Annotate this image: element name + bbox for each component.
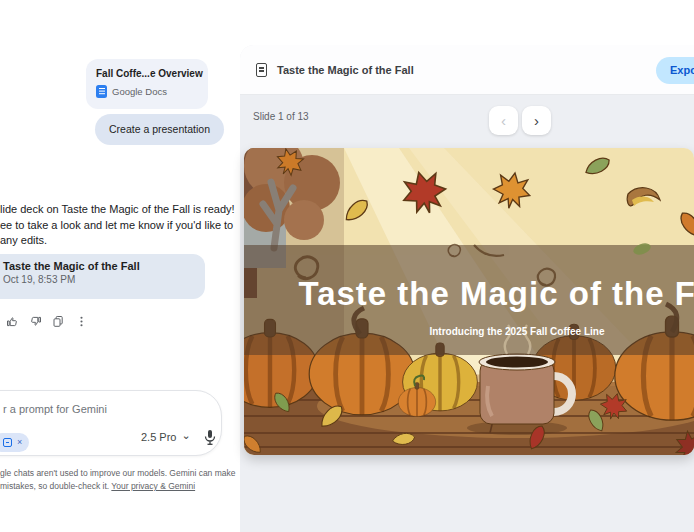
chevron-down-icon: ⌄ (181, 431, 190, 439)
response-actions (5, 314, 89, 329)
copy-button[interactable] (51, 314, 66, 329)
slide-title: Taste the Magic of the Fall (298, 275, 694, 312)
attached-doc-card[interactable]: Fall Coffe...e Overview Google Docs (86, 59, 208, 109)
response-line: ee to take a look and let me know if you… (0, 218, 238, 234)
canvas-tool-icon (3, 438, 12, 447)
close-icon[interactable]: × (17, 438, 22, 447)
thumbs-down-icon (29, 315, 42, 328)
disclaimer-footer: gle chats aren't used to improve our mod… (0, 467, 240, 493)
prompt-input-box: × 2.5 Pro ⌄ (0, 390, 222, 456)
model-selector[interactable]: 2.5 Pro ⌄ (141, 431, 191, 443)
preview-panel: Taste the Magic of the Fall Export Slide… (240, 45, 694, 532)
mic-button[interactable] (203, 429, 219, 449)
thumbs-up-icon (6, 315, 19, 328)
artifact-timestamp: Oct 19, 8:53 PM (3, 274, 193, 285)
disclaimer-line: gle chats aren't used to improve our mod… (0, 467, 240, 480)
response-line: any edits. (0, 233, 238, 249)
document-icon (256, 63, 267, 77)
chat-column: Fall Coffe...e Overview Google Docs Crea… (0, 0, 240, 532)
artifact-title: Taste the Magic of the Fall (3, 260, 193, 272)
preview-panel-header: Taste the Magic of the Fall Export (240, 45, 694, 95)
tool-chip[interactable]: × (0, 433, 29, 452)
privacy-link[interactable]: Your privacy & Gemini (111, 481, 195, 491)
response-line: lide deck on Taste the Magic of the Fall… (0, 202, 238, 218)
thumbs-down-button[interactable] (28, 314, 43, 329)
thumbs-up-button[interactable] (5, 314, 20, 329)
next-slide-button[interactable]: › (522, 106, 551, 135)
user-message-create-presentation[interactable]: Create a presentation (95, 114, 224, 145)
preview-title: Taste the Magic of the Fall (277, 45, 414, 95)
disclaimer-line: mistakes, so double-check it. (0, 481, 111, 491)
prompt-input[interactable] (3, 400, 183, 418)
google-docs-icon (96, 85, 107, 98)
more-vertical-icon (75, 315, 88, 328)
model-label: 2.5 Pro (141, 431, 176, 443)
attached-doc-title: Fall Coffe...e Overview (96, 68, 198, 79)
slide-canvas: Taste the Magic of the Fall Introducing … (244, 148, 694, 455)
slide-illustration: Taste the Magic of the Fall Introducing … (244, 148, 694, 455)
export-button[interactable]: Export (656, 57, 694, 84)
slide-counter: Slide 1 of 13 (253, 111, 309, 122)
previous-slide-button[interactable]: ‹ (489, 106, 518, 135)
copy-icon (52, 315, 65, 328)
slide-subtitle: Introducing the 2025 Fall Coffee Line (429, 326, 604, 337)
presentation-artifact-card[interactable]: Taste the Magic of the Fall Oct 19, 8:53… (0, 254, 205, 299)
app-window: Fall Coffe...e Overview Google Docs Crea… (0, 0, 694, 532)
assistant-response-text: lide deck on Taste the Magic of the Fall… (0, 202, 238, 249)
microphone-icon (203, 429, 217, 447)
attached-doc-source: Google Docs (112, 86, 167, 97)
more-options-button[interactable] (74, 314, 89, 329)
